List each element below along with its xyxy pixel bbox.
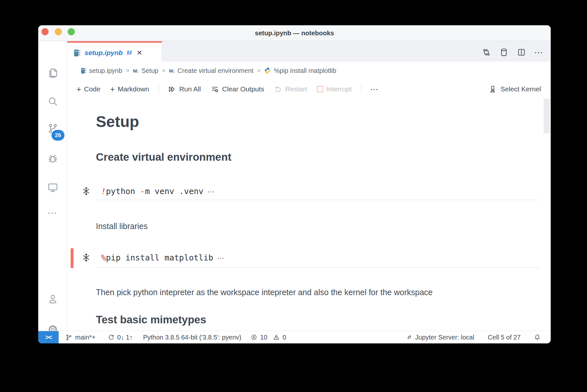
files-icon — [47, 67, 59, 79]
breadcrumb-section-label: Setup — [141, 67, 158, 75]
run-all-label: Run All — [179, 85, 201, 93]
titlebar: setup.ipynb — notebooks — [38, 25, 551, 41]
jupyter-server-label: Jupyter Server: local — [415, 334, 474, 341]
clear-outputs-button[interactable]: Clear Outputs — [211, 85, 264, 94]
ellipsis-icon: ⋯ — [48, 210, 58, 216]
code-cell-venv[interactable]: !python -m venv .venv⋯ — [101, 187, 215, 196]
restart-icon — [274, 85, 282, 93]
ellipsis-icon: ⋯ — [370, 85, 378, 94]
sidebar-item-debug[interactable] — [38, 153, 67, 166]
error-count: 10 — [260, 334, 267, 341]
add-markdown-label: Markdown — [118, 85, 149, 93]
run-all-icon — [167, 85, 176, 94]
interrupt-label: Interrupt — [326, 85, 351, 93]
problems-status[interactable]: 10 0 — [250, 334, 286, 341]
cell-output-divider — [96, 267, 539, 268]
plus-icon: + — [110, 86, 115, 92]
toolbar-divider — [159, 84, 159, 94]
warning-count: 0 — [282, 334, 286, 341]
interpreter-label: Python 3.8.5 64-bit ('3.8.5': pyenv) — [143, 334, 241, 341]
monitor-icon — [47, 181, 59, 193]
cell-drag-handle-icon[interactable] — [81, 252, 91, 263]
cell-more-icon[interactable]: ⋯ — [217, 254, 224, 262]
window-title: setup.ipynb — notebooks — [38, 25, 551, 41]
activity-bar: 26 ⋯ — [38, 41, 67, 331]
sidebar-item-explorer[interactable] — [38, 67, 67, 79]
breadcrumb-separator: > — [162, 67, 166, 74]
cell-position-status[interactable]: Cell 5 of 27 — [488, 334, 521, 341]
sidebar-item-more[interactable]: ⋯ — [38, 210, 67, 216]
python-icon — [264, 67, 271, 74]
more-actions-icon[interactable]: ⋯ — [534, 47, 543, 58]
markdown-icon: M↓ — [133, 68, 139, 74]
breadcrumb-cell[interactable]: %pip install matplotlib — [264, 67, 336, 75]
vscode-window: setup.ipynb — notebooks 26 ⋯ — [38, 25, 551, 343]
error-icon — [250, 334, 258, 341]
plus-icon: + — [76, 86, 81, 92]
markdown-icon: M↓ — [169, 68, 175, 74]
scrollbar-thumb[interactable] — [544, 98, 550, 133]
status-bar: >< main*+ 0↓ 1↑ Python 3.8.5 64-bit ('3.… — [38, 331, 551, 343]
markdown-paragraph-interpreter[interactable]: Then pick python intepreter as the works… — [96, 288, 432, 297]
breadcrumb-section-setup[interactable]: M↓ Setup — [133, 67, 158, 75]
markdown-heading-create-venv[interactable]: Create virtual environment — [96, 151, 231, 163]
account-button[interactable] — [38, 293, 67, 305]
tab-label: setup.ipynb — [85, 49, 123, 57]
select-kernel-button[interactable]: Select Kernel — [488, 85, 541, 94]
select-kernel-label: Select Kernel — [501, 85, 541, 93]
toolbar-more-button[interactable]: ⋯ — [370, 85, 378, 94]
cell-output-divider — [96, 200, 539, 200]
sidebar-item-remote-explorer[interactable] — [38, 181, 67, 193]
notebook-icon — [73, 49, 81, 57]
cell-more-icon[interactable]: ⋯ — [207, 188, 215, 196]
clear-outputs-icon — [211, 85, 219, 94]
toolbar-divider — [361, 84, 362, 94]
breadcrumb-section-venv[interactable]: M↓ Create virtual environment — [169, 67, 254, 75]
tab-close-icon[interactable]: ✕ — [137, 49, 143, 57]
source-control-badge: 26 — [52, 130, 64, 141]
markdown-heading-setup[interactable]: Setup — [96, 113, 139, 131]
restart-button[interactable]: Restart — [274, 85, 307, 93]
cell-drag-handle-icon[interactable] — [81, 186, 91, 196]
sync-label: 0↓ 1↑ — [117, 334, 133, 341]
interrupt-button[interactable]: Interrupt — [317, 85, 351, 93]
breadcrumb: setup.ipynb > M↓ Setup > M↓ Create virtu… — [67, 62, 551, 80]
run-all-button[interactable]: Run All — [167, 85, 201, 94]
breadcrumb-file[interactable]: setup.ipynb — [80, 67, 122, 75]
sync-status[interactable]: 0↓ 1↑ — [107, 334, 133, 341]
search-icon — [47, 95, 59, 108]
code-cell-pip-install[interactable]: %pip install matplotlib⋯ — [101, 253, 224, 262]
split-editor-icon[interactable] — [517, 48, 526, 57]
notifications-button[interactable] — [534, 334, 541, 341]
add-code-cell-button[interactable]: + Code — [76, 85, 100, 93]
notebook-editor: Setup Create virtual environment !python… — [67, 98, 551, 331]
notebook-icon — [80, 67, 86, 75]
branch-icon — [65, 334, 73, 341]
open-changes-icon[interactable] — [482, 48, 491, 57]
restart-label: Restart — [285, 85, 307, 93]
selected-cell-indicator — [71, 248, 74, 268]
account-icon — [47, 293, 59, 305]
remote-icon: >< — [45, 334, 52, 341]
tab-git-modified-badge: M — [127, 49, 132, 56]
git-branch-status[interactable]: main*+ — [65, 334, 96, 341]
branch-label: main*+ — [75, 334, 96, 341]
sidebar-item-search[interactable] — [38, 95, 67, 108]
clear-outputs-label: Clear Outputs — [222, 85, 264, 93]
interrupt-icon — [317, 86, 323, 92]
cell-position-label: Cell 5 of 27 — [488, 334, 521, 341]
bell-icon — [534, 334, 541, 341]
variables-icon[interactable] — [499, 48, 509, 57]
python-interpreter-status[interactable]: Python 3.8.5 64-bit ('3.8.5': pyenv) — [143, 334, 241, 341]
kernel-icon — [488, 85, 497, 94]
breadcrumb-cell-label: %pip install matplotlib — [274, 67, 336, 75]
jupyter-server-status[interactable]: Jupyter Server: local — [406, 334, 474, 341]
notebook-toolbar: + Code + Markdown Run All Clear Outputs … — [67, 80, 551, 98]
warning-icon — [273, 334, 280, 341]
tab-setup-ipynb[interactable]: setup.ipynb M ✕ — [67, 41, 162, 62]
markdown-paragraph-install[interactable]: Install libraries — [96, 222, 148, 231]
remote-indicator[interactable]: >< — [38, 331, 59, 344]
markdown-heading-mimetypes[interactable]: Test basic mimetypes — [96, 314, 206, 326]
add-markdown-cell-button[interactable]: + Markdown — [110, 85, 149, 93]
editor-actions: ⋯ — [482, 43, 543, 62]
